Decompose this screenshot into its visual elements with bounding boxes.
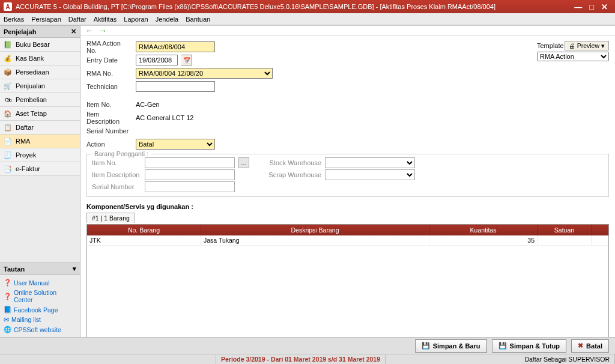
tautan-title: Tautan bbox=[4, 265, 25, 273]
menu-jendela[interactable]: Jendela bbox=[156, 16, 179, 23]
sidebar-title: Penjelajah bbox=[4, 28, 36, 35]
maximize-button[interactable]: □ bbox=[586, 2, 598, 11]
sidebar-item-label: Buku Besar bbox=[16, 41, 50, 48]
inventory-icon: 📦 bbox=[4, 68, 12, 76]
serial-label: Serial Number bbox=[86, 127, 132, 135]
replace-itemno-input[interactable] bbox=[145, 157, 235, 168]
sidebar-close-icon[interactable]: ✕ bbox=[71, 28, 76, 35]
grid-title: Komponent/Servis yg digunakan : bbox=[86, 203, 609, 210]
sidebar-item-pembelian[interactable]: 🛍 Pembelian bbox=[0, 93, 80, 107]
link-usermanual[interactable]: ❓User Manual bbox=[4, 278, 76, 288]
sidebar-item-persediaan[interactable]: 📦 Persediaan bbox=[0, 65, 80, 79]
menu-persiapan[interactable]: Persiapan bbox=[31, 16, 61, 23]
menu-berkas[interactable]: Berkas bbox=[4, 16, 24, 23]
item-desc-label: Item Description bbox=[86, 111, 132, 125]
save-icon: 💾 bbox=[498, 342, 507, 350]
grid-header: No. Barang Deskripsi Barang Kuantitas Sa… bbox=[87, 225, 608, 235]
project-icon: 🧾 bbox=[4, 151, 12, 159]
printer-icon: 🖨 bbox=[569, 42, 575, 49]
link-solutioncenter[interactable]: ❓Online Solution Center bbox=[4, 288, 76, 305]
sidebar-item-rma[interactable]: 📄 RMA bbox=[0, 135, 80, 148]
form-area: Template 🖨 Preview ▾ RMA Action RMA Acti… bbox=[80, 36, 615, 337]
grid-body[interactable]: JTK Jasa Tukang 35 bbox=[87, 235, 608, 337]
grid-subtab[interactable]: #1 | 1 Barang bbox=[86, 213, 135, 223]
ellipsis-icon: … bbox=[241, 160, 247, 166]
replace-legend: Barang Pengganti : bbox=[92, 150, 151, 157]
bottom-bar: 💾 Simpan & Baru 💾 Simpan & Tutup ✖ Batal bbox=[0, 337, 615, 354]
col-kuantitas[interactable]: Kuantitas bbox=[429, 225, 538, 235]
help-icon: ❓ bbox=[4, 279, 11, 287]
item-desc-value: AC General LCT 12 bbox=[136, 114, 193, 121]
sidebar-item-label: RMA bbox=[16, 138, 30, 145]
rma-action-no-input[interactable] bbox=[136, 41, 215, 52]
tautan-header: Tautan ▾ bbox=[0, 262, 80, 275]
sidebar-item-proyek[interactable]: 🧾 Proyek bbox=[0, 148, 80, 162]
replace-itemdesc-input[interactable] bbox=[145, 169, 235, 180]
sidebar-item-label: Penjualan bbox=[16, 82, 45, 89]
help-icon: ❓ bbox=[4, 293, 11, 300]
invoice-icon: 📑 bbox=[4, 165, 12, 173]
link-facebook[interactable]: 📘Facebook Page bbox=[4, 305, 76, 315]
sidebar-item-efaktur[interactable]: 📑 e-Faktur bbox=[0, 162, 80, 176]
col-deskripsi[interactable]: Deskripsi Barang bbox=[201, 225, 429, 235]
template-box: Template 🖨 Preview ▾ RMA Action bbox=[537, 41, 609, 61]
menu-bantuan[interactable]: Bantuan bbox=[186, 16, 210, 23]
sidebar-item-penjualan[interactable]: 🛒 Penjualan bbox=[0, 79, 80, 93]
cancel-icon: ✖ bbox=[578, 342, 583, 350]
cell-desc[interactable]: Jasa Tukang bbox=[201, 235, 429, 245]
save-close-button[interactable]: 💾 Simpan & Tutup bbox=[492, 339, 567, 353]
nav-back-button[interactable]: ← bbox=[85, 26, 94, 35]
menu-daftar[interactable]: Daftar bbox=[68, 16, 86, 23]
cancel-button[interactable]: ✖ Batal bbox=[571, 339, 609, 353]
replace-itemno-label: Item No. bbox=[92, 159, 141, 166]
action-select[interactable]: Batal bbox=[136, 139, 215, 150]
cell-qty[interactable]: 35 bbox=[429, 235, 538, 245]
template-select[interactable]: RMA Action bbox=[537, 52, 609, 61]
stock-wh-label: Stock Warehouse bbox=[261, 159, 321, 166]
save-new-button[interactable]: 💾 Simpan & Baru bbox=[415, 339, 487, 353]
replace-fieldset: Barang Pengganti : Item No. … Item Descr… bbox=[86, 154, 609, 197]
purchase-icon: 🛍 bbox=[4, 96, 12, 104]
date-picker-button[interactable]: 📅 bbox=[181, 55, 192, 65]
item-no-label: Item No. bbox=[86, 101, 132, 108]
table-row[interactable]: JTK Jasa Tukang 35 bbox=[87, 235, 608, 246]
sidebar-item-label: e-Faktur bbox=[16, 165, 40, 172]
asset-icon: 🏠 bbox=[4, 109, 12, 118]
stock-wh-select[interactable] bbox=[325, 157, 415, 168]
status-period: Periode 3/2019 - Dari 01 Maret 2019 s/d … bbox=[216, 354, 386, 364]
lookup-button[interactable]: … bbox=[238, 157, 249, 168]
sidebar-item-label: Persediaan bbox=[16, 68, 49, 76]
col-no-barang[interactable]: No. Barang bbox=[87, 225, 201, 235]
rma-no-select[interactable]: RMA/08/004 12/08/20 bbox=[136, 68, 273, 79]
sidebar-item-asettetap[interactable]: 🏠 Aset Tetap bbox=[0, 107, 80, 121]
close-button[interactable]: ✕ bbox=[598, 2, 611, 11]
scrap-wh-select[interactable] bbox=[325, 169, 415, 180]
preview-button[interactable]: 🖨 Preview ▾ bbox=[565, 41, 609, 50]
menu-aktifitas[interactable]: Aktifitas bbox=[94, 16, 117, 23]
facebook-icon: 📘 bbox=[4, 306, 11, 314]
nav-forward-button[interactable]: → bbox=[98, 26, 107, 35]
entry-date-input[interactable] bbox=[136, 55, 178, 65]
technician-input[interactable] bbox=[136, 81, 215, 92]
replace-serial-input[interactable] bbox=[145, 181, 235, 192]
list-icon: 📋 bbox=[4, 123, 12, 132]
minimize-button[interactable]: — bbox=[571, 2, 586, 11]
collapse-icon[interactable]: ▾ bbox=[73, 265, 76, 273]
sidebar-item-label: Kas Bank bbox=[16, 55, 44, 62]
sidebar-item-bukubesar[interactable]: 📗 Buku Besar bbox=[0, 38, 80, 52]
chevron-down-icon: ▾ bbox=[601, 42, 605, 49]
sidebar-item-kasbank[interactable]: 💰 Kas Bank bbox=[0, 52, 80, 65]
sidebar-item-daftar[interactable]: 📋 Daftar bbox=[0, 121, 80, 135]
link-cpssoft[interactable]: 🌐CPSSoft website bbox=[4, 324, 76, 335]
entry-date-label: Entry Date bbox=[86, 56, 132, 64]
menu-laporan[interactable]: Laporan bbox=[124, 16, 148, 23]
sidebar-header: Penjelajah ✕ bbox=[0, 25, 80, 38]
cell-no[interactable]: JTK bbox=[87, 235, 201, 245]
tautan-links: ❓User Manual ❓Online Solution Center 📘Fa… bbox=[0, 275, 80, 337]
col-satuan[interactable]: Satuan bbox=[538, 225, 592, 235]
link-mailinglist[interactable]: ✉Mailing list bbox=[4, 315, 76, 324]
sidebar-item-label: Daftar bbox=[16, 124, 34, 131]
status-user: Daftar Sebagai SUPERVISOR bbox=[520, 354, 615, 364]
sidebar-item-label: Aset Tetap bbox=[16, 110, 47, 117]
cell-sat[interactable] bbox=[538, 235, 592, 245]
